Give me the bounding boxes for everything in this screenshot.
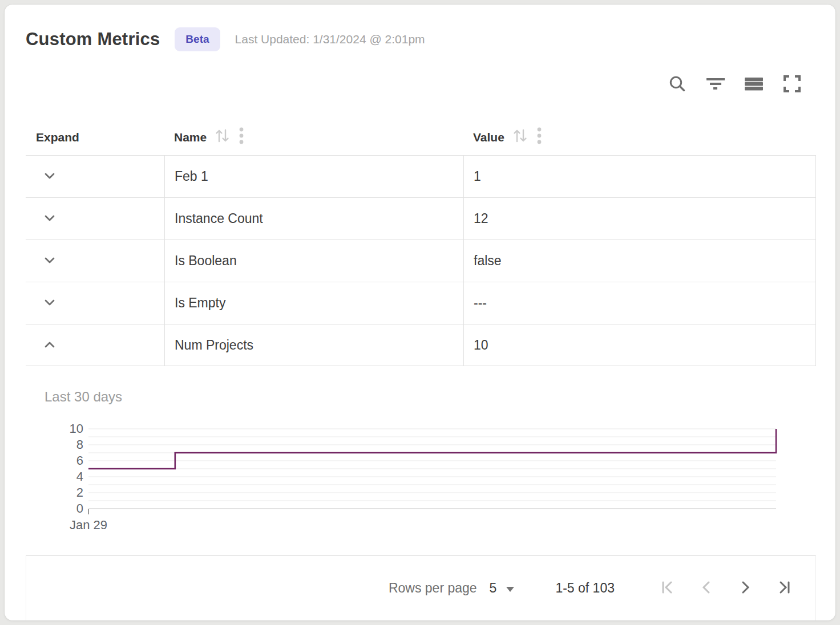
svg-text:4: 4	[76, 469, 83, 484]
chevron-down-icon	[43, 212, 56, 226]
chevron-down-icon	[43, 296, 56, 310]
svg-text:8: 8	[76, 437, 83, 452]
rows-per-page-label: Rows per page	[389, 581, 477, 596]
name-cell: Is Boolean	[164, 240, 463, 282]
rows-per-page-value: 5	[490, 581, 497, 596]
name-cell: Num Projects	[164, 324, 463, 366]
chevron-down-icon	[43, 254, 56, 268]
filter-button[interactable]	[705, 74, 726, 95]
expand-cell	[26, 324, 164, 366]
table-row: Instance Count12	[26, 197, 816, 240]
expand-row-button[interactable]	[43, 338, 56, 352]
chevron-right-icon	[737, 579, 754, 598]
svg-text:2: 2	[76, 485, 83, 500]
page-title: Custom Metrics	[26, 29, 160, 50]
column-header-name[interactable]: Name	[164, 126, 463, 149]
chevron-down-icon	[506, 587, 514, 592]
search-icon	[668, 74, 687, 95]
table-header-row: Expand Name Value	[26, 120, 816, 155]
custom-metrics-card: Custom Metrics Beta Last Updated: 1/31/2…	[5, 5, 835, 620]
density-button[interactable]	[744, 74, 764, 95]
chart-title: Last 30 days	[45, 389, 122, 405]
pagination-nav	[657, 578, 795, 599]
value-cell: ---	[463, 282, 815, 324]
column-header-value[interactable]: Value	[463, 126, 816, 149]
expand-cell	[26, 198, 164, 240]
svg-text:0: 0	[76, 501, 83, 516]
fullscreen-icon	[782, 74, 802, 95]
previous-page-button[interactable]	[696, 578, 717, 599]
value-cell: false	[463, 240, 815, 282]
name-cell: Is Empty	[164, 282, 463, 324]
table-row: Is Booleanfalse	[26, 240, 816, 282]
column-menu-icon[interactable]	[239, 126, 244, 149]
pagination-range: 1-5 of 103	[555, 581, 615, 596]
table-row: Feb 11	[26, 155, 816, 197]
last-page-button[interactable]	[773, 578, 795, 599]
last-page-icon	[776, 579, 793, 598]
search-button[interactable]	[667, 74, 688, 95]
svg-text:10: 10	[70, 421, 83, 436]
expand-row-button[interactable]	[43, 212, 56, 226]
name-cell: Instance Count	[164, 198, 463, 240]
expand-cell	[26, 240, 164, 282]
expand-row-button[interactable]	[43, 296, 56, 310]
fullscreen-button[interactable]	[782, 74, 802, 95]
table-row: Is Empty---	[26, 282, 816, 324]
page-header: Custom Metrics Beta Last Updated: 1/31/2…	[26, 27, 425, 51]
table-toolbar	[667, 74, 802, 95]
density-icon	[744, 74, 764, 95]
rows-per-page-select[interactable]: 5	[490, 581, 515, 596]
sort-icon[interactable]	[214, 128, 231, 147]
column-header-expand: Expand	[26, 131, 164, 144]
expand-cell	[26, 282, 164, 324]
column-menu-icon[interactable]	[536, 126, 542, 149]
value-cell: 12	[463, 198, 815, 240]
table-row: Num Projects10	[26, 324, 816, 366]
chevron-up-icon	[43, 338, 56, 352]
expand-cell	[26, 156, 164, 197]
name-cell: Feb 1	[164, 156, 463, 197]
filter-icon	[705, 74, 726, 95]
first-page-icon	[659, 579, 676, 598]
expand-row-button[interactable]	[43, 254, 56, 268]
table-body: Feb 11Instance Count12Is BooleanfalseIs …	[26, 155, 816, 366]
expand-row-button[interactable]	[43, 169, 56, 184]
value-cell: 10	[463, 324, 815, 366]
num-projects-chart: 0246810Jan 29	[60, 416, 790, 539]
first-page-button[interactable]	[657, 578, 679, 599]
next-page-button[interactable]	[734, 578, 756, 599]
value-cell: 1	[463, 156, 815, 197]
metrics-table: Expand Name Value	[26, 120, 816, 366]
svg-text:Jan 29: Jan 29	[70, 518, 107, 532]
chevron-down-icon	[43, 169, 56, 184]
sort-icon[interactable]	[512, 128, 529, 147]
beta-badge: Beta	[175, 27, 220, 51]
pagination-footer: Rows per page 5 1-5 of 103	[26, 555, 816, 620]
last-updated-text: Last Updated: 1/31/2024 @ 2:01pm	[235, 33, 425, 46]
chevron-left-icon	[698, 579, 715, 598]
svg-text:6: 6	[76, 453, 83, 468]
